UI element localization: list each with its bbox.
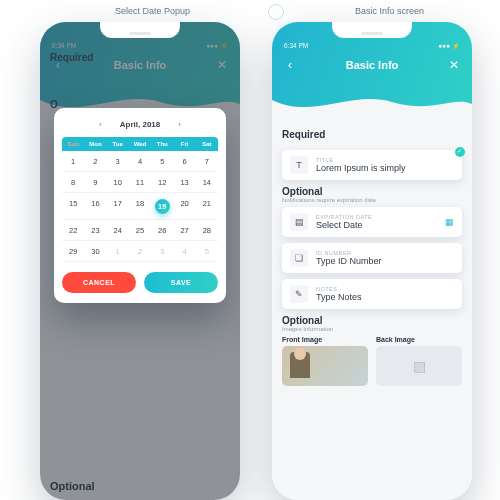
calendar-day[interactable]: 3	[107, 151, 129, 172]
calendar-day[interactable]: 10	[107, 172, 129, 193]
calendar-day[interactable]: 17	[107, 193, 129, 220]
calendar-day[interactable]: 13	[173, 172, 195, 193]
calendar-day[interactable]: 25	[129, 220, 151, 241]
calendar-day[interactable]: 23	[84, 220, 106, 241]
cancel-button[interactable]: CANCEL	[62, 272, 136, 293]
field-value: Type ID Number	[316, 256, 454, 266]
calendar-day[interactable]: 11	[129, 172, 151, 193]
calendar-day[interactable]: 18	[129, 193, 151, 220]
calendar-day[interactable]: 3	[151, 241, 173, 262]
calendar-day[interactable]: 21	[196, 193, 218, 220]
status-time: 6:34 PM	[284, 42, 308, 50]
screen-left: 6:34 PM ●●● ⚡ ‹ Basic Info ✕ Required O …	[40, 22, 240, 500]
page-title: Basic Info	[296, 59, 448, 71]
calendar-day[interactable]: 1	[62, 151, 84, 172]
text-icon: T	[290, 156, 308, 174]
field-date-card[interactable]: ▤ EXPIRATION DATE Select Date ▦	[282, 207, 462, 237]
calendar-day[interactable]: 8	[62, 172, 84, 193]
next-month-button[interactable]: ›	[174, 118, 185, 131]
calendar-day[interactable]: 16	[84, 193, 106, 220]
calendar-day[interactable]: 22	[62, 220, 84, 241]
phone-mock-left: 6:34 PM ●●● ⚡ ‹ Basic Info ✕ Required O …	[40, 22, 240, 500]
caption-right: Basic Info screen	[355, 6, 424, 16]
calendar-day[interactable]: 5	[151, 151, 173, 172]
calendar-day[interactable]: 4	[173, 241, 195, 262]
calendar-day[interactable]: 26	[151, 220, 173, 241]
bg-required-label: Required	[50, 52, 230, 63]
weekday-cell: Mon	[84, 137, 106, 151]
section-required-sub	[282, 140, 462, 146]
calendar-day[interactable]: 14	[196, 172, 218, 193]
weekday-cell: Sun	[62, 137, 84, 151]
field-value: Type Notes	[316, 292, 454, 302]
calendar-day[interactable]: 6	[173, 151, 195, 172]
id-icon: ❏	[290, 249, 308, 267]
calendar-grid: 1234567891011121314151617181920212223242…	[62, 151, 218, 262]
notes-icon: ✎	[290, 285, 308, 303]
close-icon[interactable]: ✕	[448, 58, 460, 72]
section-optional1-title: Optional	[282, 186, 462, 197]
bg-optional-bottom: Optional	[50, 480, 95, 492]
calendar-day[interactable]: 28	[196, 220, 218, 241]
page-indicator-circle	[268, 4, 284, 20]
front-image-label: Front Image	[282, 336, 368, 343]
section-optional1-sub: Notifications require expiration date	[282, 197, 462, 203]
calendar-day[interactable]: 30	[84, 241, 106, 262]
prev-month-button[interactable]: ‹	[95, 118, 106, 131]
calendar-day[interactable]: 15	[62, 193, 84, 220]
weekday-cell: Fri	[173, 137, 195, 151]
section-optional2-title: Optional	[282, 315, 462, 326]
field-title-card[interactable]: T TITLE Lorem Ipsum is simply	[282, 150, 462, 180]
field-value: Lorem Ipsum is simply	[316, 163, 454, 173]
field-id-card[interactable]: ❏ ID NUMBER Type ID Number	[282, 243, 462, 273]
caption-left: Select Date Popup	[115, 6, 190, 16]
device-notch	[332, 22, 412, 38]
calendar-day[interactable]: 27	[173, 220, 195, 241]
calendar-day[interactable]: 2	[84, 151, 106, 172]
front-image-thumb[interactable]	[282, 346, 368, 386]
section-optional2-sub: Images Information	[282, 326, 462, 332]
calendar-day[interactable]: 24	[107, 220, 129, 241]
calendar-day[interactable]: 20	[173, 193, 195, 220]
calendar-day[interactable]: 9	[84, 172, 106, 193]
calendar-icon: ▤	[290, 213, 308, 231]
back-image-label: Back Image	[376, 336, 462, 343]
calendar-day[interactable]: 12	[151, 172, 173, 193]
calendar-day[interactable]: 19	[151, 193, 173, 220]
weekday-cell: Sat	[196, 137, 218, 151]
save-button[interactable]: SAVE	[144, 272, 218, 293]
status-icons: ●●● ⚡	[438, 42, 460, 50]
weekday-cell: Wed	[129, 137, 151, 151]
weekday-cell: Thu	[151, 137, 173, 151]
screen-right: 6:34 PM ●●● ⚡ ‹ Basic Info ✕ Required T …	[272, 22, 472, 500]
date-picker-popup: ‹ April, 2018 › SunMonTueWedThuFriSat 12…	[54, 108, 226, 303]
field-value: Select Date	[316, 220, 437, 230]
calendar-day[interactable]: 4	[129, 151, 151, 172]
month-label: April, 2018	[120, 120, 160, 129]
back-icon[interactable]: ‹	[284, 58, 296, 72]
calendar-day[interactable]: 1	[107, 241, 129, 262]
section-required-title: Required	[282, 129, 462, 140]
weekday-header: SunMonTueWedThuFriSat	[62, 137, 218, 151]
back-image-placeholder[interactable]: ▧	[376, 346, 462, 386]
phone-mock-right: 6:34 PM ●●● ⚡ ‹ Basic Info ✕ Required T …	[272, 22, 472, 500]
calendar-day[interactable]: 2	[129, 241, 151, 262]
calendar-day[interactable]: 5	[196, 241, 218, 262]
header-wave	[272, 90, 472, 118]
calendar-day[interactable]: 29	[62, 241, 84, 262]
status-bar: 6:34 PM ●●● ⚡	[272, 42, 472, 56]
calendar-open-icon[interactable]: ▦	[445, 217, 454, 227]
device-notch	[100, 22, 180, 38]
validated-badge	[455, 147, 465, 157]
calendar-day[interactable]: 7	[196, 151, 218, 172]
field-notes-card[interactable]: ✎ NOTES Type Notes	[282, 279, 462, 309]
weekday-cell: Tue	[107, 137, 129, 151]
